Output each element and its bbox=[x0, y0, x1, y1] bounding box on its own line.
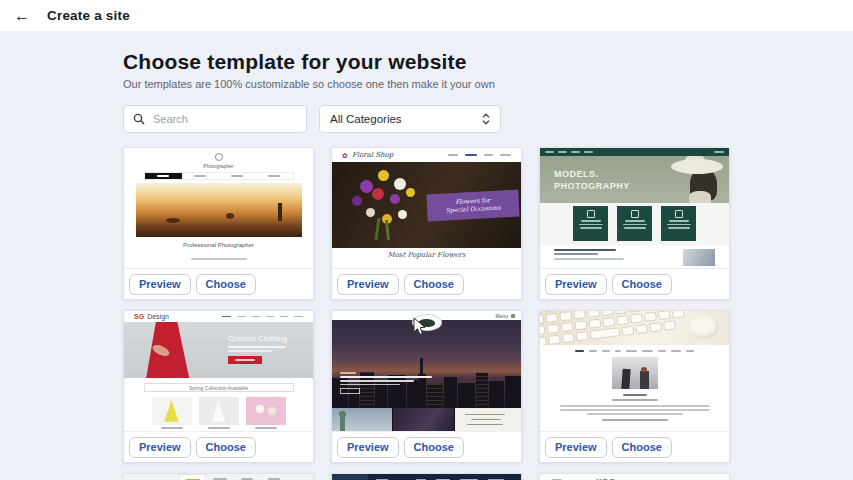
template-card-models-photography: MODELS. PHOTOGRAPHY bbox=[539, 147, 730, 300]
thumb-copy bbox=[340, 370, 432, 394]
thumb-headline: MODELS. PHOTOGRAPHY bbox=[554, 169, 630, 192]
thumb-office-photo bbox=[612, 357, 658, 389]
choose-button[interactable]: Choose bbox=[612, 437, 672, 458]
template-card-partial-kpg: KPG bbox=[539, 473, 730, 480]
template-card-photographer: Photographer Professional Photographer bbox=[123, 147, 314, 300]
thumb-hero-photo bbox=[136, 183, 302, 237]
thumb-logo-badge bbox=[412, 314, 442, 331]
search-box[interactable] bbox=[123, 105, 307, 133]
main-content: Choose template for your website Our tem… bbox=[0, 31, 853, 480]
search-icon bbox=[133, 113, 145, 125]
flower-logo-icon: ✿ bbox=[342, 152, 348, 159]
back-arrow-icon[interactable]: ← bbox=[11, 5, 33, 27]
thumb-gallery-row bbox=[332, 408, 521, 432]
thumb-ribbon: Flowers for Special Occasions bbox=[426, 190, 519, 222]
template-thumbnail[interactable]: Menu bbox=[332, 311, 521, 432]
preview-button[interactable]: Preview bbox=[337, 274, 399, 295]
thumb-nav bbox=[540, 148, 729, 156]
card-actions: Preview Choose bbox=[540, 269, 729, 299]
template-card-consulting: Preview Choose bbox=[539, 310, 730, 463]
thumb-hero-photo: Custom Clothing bbox=[124, 322, 313, 378]
thumb-headline: Professional Photographer bbox=[124, 242, 313, 248]
thumb-feature-cards bbox=[540, 203, 729, 245]
heading: Choose template for your website bbox=[123, 31, 853, 74]
subheading: Our templates are 100% customizable so c… bbox=[123, 78, 853, 90]
choose-button[interactable]: Choose bbox=[404, 437, 464, 458]
template-thumbnail[interactable]: SG Design Custom Clothing bbox=[124, 311, 313, 432]
thumb-hero-photo: Flowers for Special Occasions bbox=[332, 162, 521, 248]
template-thumbnail[interactable]: KPG bbox=[540, 474, 729, 480]
preview-button[interactable]: Preview bbox=[337, 437, 399, 458]
thumb-hero-photo bbox=[540, 311, 729, 345]
template-card-sg-design: SG Design Custom Clothing bbox=[123, 310, 314, 463]
search-input[interactable] bbox=[153, 113, 297, 125]
choose-button[interactable]: Choose bbox=[612, 274, 672, 295]
thumb-nav bbox=[540, 350, 729, 352]
thumb-hero-photo bbox=[332, 320, 521, 408]
template-grid: Photographer Professional Photographer bbox=[123, 147, 731, 480]
template-card-floral-shop: ✿ Floral Shop bbox=[331, 147, 522, 300]
thumb-copy bbox=[540, 394, 729, 421]
template-card-city: Menu bbox=[331, 310, 522, 463]
card-actions: Preview Choose bbox=[332, 432, 521, 462]
choose-button[interactable]: Choose bbox=[196, 274, 256, 295]
preview-button[interactable]: Preview bbox=[129, 437, 191, 458]
mouse-photo-shape bbox=[689, 315, 719, 339]
thumb-brand: Floral Shop bbox=[352, 151, 393, 159]
card-actions: Preview Choose bbox=[540, 432, 729, 462]
thumb-brand: Design bbox=[147, 313, 169, 320]
thumb-footer bbox=[540, 245, 729, 269]
template-thumbnail[interactable]: MODELS. PHOTOGRAPHY bbox=[540, 148, 729, 269]
thumb-products bbox=[124, 397, 313, 429]
template-thumbnail[interactable] bbox=[332, 474, 521, 480]
logo-circle-icon bbox=[215, 153, 223, 161]
thumb-footer-headline: Most Popular Flowers bbox=[332, 251, 521, 259]
topbar: ← Create a site bbox=[0, 0, 853, 31]
thumb-headline: Custom Clothing bbox=[228, 334, 287, 343]
page-title: Create a site bbox=[47, 8, 130, 23]
preview-button[interactable]: Preview bbox=[545, 437, 607, 458]
category-dropdown[interactable]: All Categories bbox=[319, 105, 501, 133]
template-card-partial-navy bbox=[331, 473, 522, 480]
card-actions: Preview Choose bbox=[124, 269, 313, 299]
thumb-nav bbox=[222, 316, 303, 318]
thumb-nav bbox=[332, 474, 521, 480]
template-thumbnail[interactable]: ✿ Floral Shop bbox=[332, 148, 521, 269]
thumb-tab-bar bbox=[124, 474, 313, 480]
category-selected-value: All Categories bbox=[330, 113, 402, 125]
thumb-menu-label: Menu bbox=[495, 313, 508, 319]
template-thumbnail[interactable]: Photographer Professional Photographer bbox=[124, 148, 313, 269]
thumb-hero-photo: MODELS. PHOTOGRAPHY bbox=[540, 156, 729, 203]
thumb-nav bbox=[144, 172, 294, 180]
thumb-logo-text: Photographer bbox=[124, 163, 313, 169]
template-thumbnail[interactable] bbox=[124, 474, 313, 480]
chevron-up-down-icon bbox=[482, 113, 490, 125]
filter-row: All Categories bbox=[123, 105, 853, 133]
template-card-partial-tabs bbox=[123, 473, 314, 480]
thumb-nav bbox=[448, 154, 511, 156]
preview-button[interactable]: Preview bbox=[545, 274, 607, 295]
thumb-brand-accent: SG bbox=[134, 313, 144, 320]
card-actions: Preview Choose bbox=[124, 432, 313, 462]
preview-button[interactable]: Preview bbox=[129, 274, 191, 295]
thumb-banner: Spring Collection Available bbox=[144, 383, 294, 392]
template-thumbnail[interactable] bbox=[540, 311, 729, 432]
card-actions: Preview Choose bbox=[332, 269, 521, 299]
choose-button[interactable]: Choose bbox=[404, 274, 464, 295]
choose-button[interactable]: Choose bbox=[196, 437, 256, 458]
